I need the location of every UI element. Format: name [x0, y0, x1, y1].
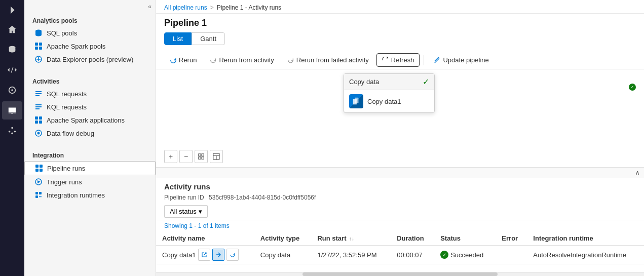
- svg-rect-26: [35, 192, 38, 194]
- sql-pools-icon: [34, 29, 43, 37]
- svg-rect-12: [35, 106, 42, 107]
- svg-point-1: [11, 89, 13, 91]
- data-icon: [8, 45, 17, 54]
- cell-duration: 00:00:07: [391, 246, 434, 264]
- pipeline-run-id: Pipeline run ID 535cf998-1ab4-4404-815d-…: [156, 193, 644, 203]
- sidebar-item-data-flow-debug[interactable]: Data flow debug: [24, 127, 156, 140]
- svg-rect-8: [35, 91, 42, 92]
- svg-rect-9: [35, 93, 42, 94]
- tab-bar: List Gantt: [164, 32, 636, 45]
- svg-rect-16: [35, 121, 38, 124]
- svg-rect-28: [35, 195, 38, 198]
- fit-to-screen-button[interactable]: [195, 150, 208, 163]
- svg-rect-22: [35, 169, 39, 172]
- kql-requests-icon: [34, 103, 43, 111]
- col-activity-type: Activity type: [254, 231, 312, 246]
- collapse-sidebar-btn[interactable]: «: [24, 0, 156, 13]
- cell-integration-runtime: AutoResolveIntegrationRuntime: [527, 246, 644, 264]
- sidebar-item-apache-spark-apps[interactable]: Apache Spark applications: [24, 113, 156, 127]
- zoom-in-button[interactable]: +: [164, 150, 177, 163]
- data-explorer-label: Data Explorer pools (preview): [47, 56, 147, 63]
- svg-rect-3: [35, 43, 38, 46]
- cell-error: [496, 246, 527, 264]
- toggle-layout-button[interactable]: [210, 150, 223, 163]
- tab-gantt[interactable]: Gantt: [192, 32, 225, 45]
- horizontal-scrollbar[interactable]: [156, 272, 644, 276]
- sidebar-item-develop[interactable]: [2, 61, 22, 79]
- rerun-from-failed-label: Rerun from failed activity: [296, 56, 369, 64]
- status-filter-button[interactable]: All status ▾: [164, 205, 208, 218]
- apache-spark-apps-icon: [34, 116, 43, 124]
- copy-data-item-label: Copy data1: [367, 98, 401, 105]
- fit-screen-icon: [198, 153, 205, 160]
- runs-table: Activity name Activity type Run start ↑↓…: [156, 231, 644, 264]
- table-row: Copy data1: [156, 246, 644, 264]
- sql-requests-label: SQL requests: [47, 90, 147, 98]
- toolbar: Rerun Rerun from activity ! Rerun from f…: [156, 51, 644, 69]
- output-action-icon[interactable]: [212, 249, 224, 261]
- status-filter-bar: All status ▾: [156, 203, 644, 220]
- col-activity-name: Activity name: [156, 231, 254, 246]
- cell-run-start: 1/27/22, 3:52:59 PM: [311, 246, 391, 264]
- sidebar-item-data-explorer-pools[interactable]: Data Explorer pools (preview): [24, 53, 156, 66]
- svg-point-19: [37, 132, 40, 135]
- spark-pools-label: Apache Spark pools: [47, 43, 147, 50]
- rerun-label: Rerun: [179, 56, 197, 64]
- sidebar-item-sql-requests[interactable]: SQL requests: [24, 87, 156, 100]
- svg-rect-23: [40, 169, 43, 172]
- rerun-from-failed-icon: !: [287, 57, 294, 64]
- sidebar-item-home[interactable]: [2, 20, 22, 38]
- svg-rect-36: [202, 157, 204, 159]
- collapse-section-btn[interactable]: ∧: [635, 169, 640, 177]
- rerun-row-icon[interactable]: [226, 249, 239, 261]
- rerun-from-failed-activity-button[interactable]: ! Rerun from failed activity: [282, 53, 374, 67]
- cell-activity-type: Copy data: [254, 246, 312, 264]
- svg-rect-20: [35, 165, 39, 168]
- integrate-icon: [8, 86, 17, 95]
- sidebar-item-monitor[interactable]: [2, 101, 22, 120]
- showing-count: Showing 1 - 1 of 1 items: [156, 220, 644, 231]
- sidebar-item-spark-pools[interactable]: Apache Spark pools: [24, 40, 156, 53]
- refresh-button[interactable]: Refresh: [376, 53, 420, 67]
- expand-iconbar-btn[interactable]: [6, 4, 18, 16]
- update-pipeline-button[interactable]: Update pipeline: [428, 53, 494, 67]
- chevron-down-icon: ▾: [199, 208, 202, 215]
- toggle-layout-icon: [213, 153, 220, 160]
- icon-bar: [0, 0, 24, 276]
- scroll-thumb[interactable]: [302, 272, 498, 276]
- tab-list[interactable]: List: [164, 32, 192, 45]
- integration-runtimes-icon: [34, 191, 43, 199]
- copy-data-item[interactable]: Copy data1: [344, 90, 434, 112]
- trigger-runs-icon: [34, 178, 43, 186]
- action-icons: [198, 249, 239, 261]
- svg-text:!: !: [288, 59, 289, 62]
- runs-table-container: Activity name Activity type Run start ↑↓…: [156, 231, 644, 272]
- sidebar-item-trigger-runs[interactable]: Trigger runs: [24, 175, 156, 188]
- sidebar-item-integrate[interactable]: [2, 81, 22, 99]
- svg-rect-27: [39, 192, 42, 194]
- svg-rect-17: [39, 121, 42, 124]
- svg-rect-15: [39, 116, 42, 120]
- rerun-from-activity-icon: [210, 57, 217, 64]
- sidebar-item-pipeline-runs[interactable]: Pipeline runs: [24, 161, 156, 175]
- sidebar-item-sql-pools[interactable]: SQL pools: [24, 26, 156, 40]
- status-value: Succeeded: [450, 251, 483, 259]
- svg-rect-11: [35, 104, 42, 105]
- rerun-from-activity-button[interactable]: Rerun from activity: [204, 53, 279, 67]
- sidebar-item-kql-requests[interactable]: KQL requests: [24, 100, 156, 113]
- kql-requests-label: KQL requests: [47, 103, 147, 111]
- sidebar-item-integration-runtimes[interactable]: Integration runtimes: [24, 188, 156, 202]
- sidebar-item-manage[interactable]: [2, 122, 22, 140]
- sidebar: « Analytics pools SQL pools Apache Spark…: [24, 0, 156, 276]
- refresh-label: Refresh: [391, 56, 414, 64]
- col-run-start[interactable]: Run start ↑↓: [311, 231, 391, 246]
- rerun-button[interactable]: Rerun: [164, 53, 202, 67]
- sidebar-item-data[interactable]: [2, 41, 22, 59]
- zoom-out-button[interactable]: −: [179, 150, 193, 163]
- copy-data-success-check: ✓: [423, 77, 429, 87]
- svg-rect-35: [199, 157, 201, 159]
- breadcrumb-all-pipeline-runs[interactable]: All pipeline runs: [164, 4, 207, 11]
- sql-requests-icon: [34, 90, 43, 98]
- spark-pools-icon: [34, 42, 43, 50]
- input-action-icon[interactable]: [198, 249, 210, 261]
